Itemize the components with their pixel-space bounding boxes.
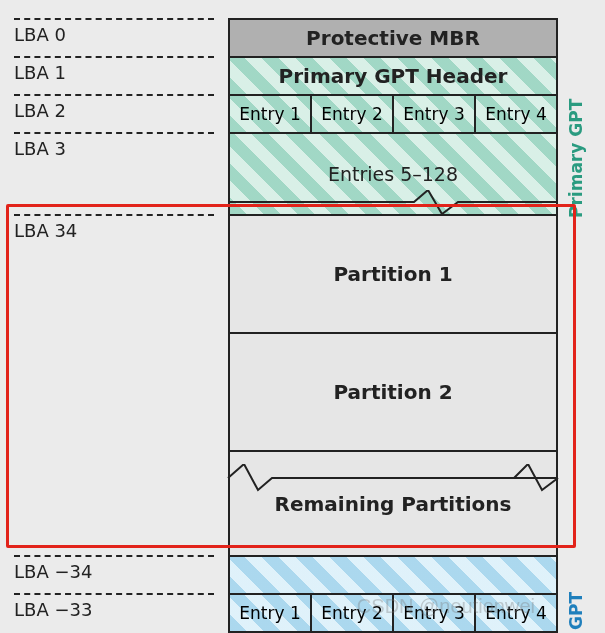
block-label: Protective MBR [306, 26, 480, 50]
block-entries-5-128: Entries 5–128 [228, 132, 558, 216]
block-label: Partition 2 [333, 380, 452, 404]
block-partition-1: Partition 1 [228, 214, 558, 334]
block-secondary-spacer [228, 555, 558, 595]
block-label: Remaining Partitions [275, 492, 512, 516]
guide-dash [14, 56, 214, 58]
lba-label-1: LBA 1 [14, 62, 66, 83]
block-partition-2: Partition 2 [228, 332, 558, 452]
block-label: Primary GPT Header [279, 64, 508, 88]
block-label: Partition 1 [333, 262, 452, 286]
guide-dash [14, 593, 214, 595]
entry-cell: Entry 1 [228, 593, 312, 633]
lba-label-neg34: LBA −34 [14, 561, 92, 582]
gpt-layout-diagram: LBA 0 LBA 1 LBA 2 LBA 3 LBA 34 LBA −34 L… [0, 0, 605, 633]
block-label: Entries 5–128 [328, 163, 458, 185]
entry-cell: Entry 4 [474, 94, 558, 134]
block-remaining-partitions: Remaining Partitions [228, 450, 558, 557]
lba-label-3: LBA 3 [14, 138, 66, 159]
entry-cell: Entry 3 [392, 94, 476, 134]
row-entries-1-4: Entry 1 Entry 2 Entry 3 Entry 4 [228, 94, 558, 134]
guide-dash [14, 555, 214, 557]
lba-label-0: LBA 0 [14, 24, 66, 45]
lba-label-neg33: LBA −33 [14, 599, 92, 620]
watermark-text: CSDN @neutionwei [357, 595, 535, 618]
block-protective-mbr: Protective MBR [228, 18, 558, 58]
lba-label-34: LBA 34 [14, 220, 77, 241]
side-label-secondary-gpt: GPT [566, 570, 586, 630]
guide-dash [14, 18, 214, 20]
entry-cell: Entry 1 [228, 94, 312, 134]
guide-dash [14, 214, 214, 216]
block-primary-gpt-header: Primary GPT Header [228, 56, 558, 96]
lba-label-2: LBA 2 [14, 100, 66, 121]
side-label-primary-gpt: Primary GPT [566, 60, 586, 218]
guide-dash [14, 94, 214, 96]
guide-dash [14, 132, 214, 134]
entry-cell: Entry 2 [310, 94, 394, 134]
